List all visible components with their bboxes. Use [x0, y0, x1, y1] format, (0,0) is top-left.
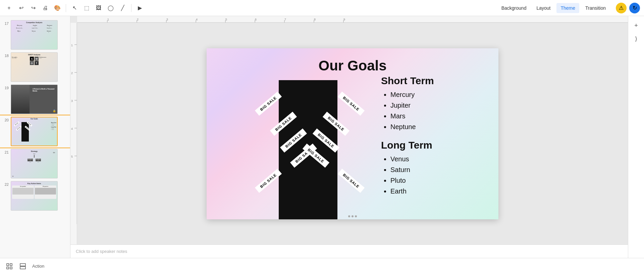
short-term-heading: Short Term	[381, 75, 492, 87]
list-item-mercury: Mercury	[390, 90, 492, 99]
svg-text:8: 8	[314, 18, 316, 21]
add-button[interactable]: +	[4, 3, 14, 13]
ruler-v-svg: 1 2 3 4 5	[70, 23, 77, 224]
list-item-mars: Mars	[390, 111, 492, 121]
toolbar-divider-1	[66, 4, 66, 12]
list-item-earth: Earth	[390, 186, 492, 196]
transition-menu[interactable]: Transition	[581, 3, 610, 13]
svg-text:1: 1	[107, 18, 109, 21]
long-term-list: Venus Saturn Pluto Earth	[381, 154, 492, 196]
notification-icon[interactable]: ⚠	[616, 3, 627, 13]
right-panel: + ⟩	[628, 16, 644, 258]
editor-area: 1 2 3 4 5 6 7 8 9	[70, 16, 628, 258]
thumb-18-content: Strengths •Item1 •Item2 S O W T Weakness…	[11, 56, 57, 74]
thumb-22-content: 1st quarter 2d quarter	[11, 185, 57, 200]
thumb-17-row2: Mars♂ Venus♀ Saturn♄	[11, 30, 57, 34]
background-menu[interactable]: Background	[497, 3, 531, 13]
banner-5: BIG SALE	[255, 169, 282, 193]
svg-text:5: 5	[225, 18, 227, 21]
ruler-vertical: 1 2 3 4 5	[70, 23, 77, 244]
slide-item-21[interactable]: 21 Strategy Goal Key Action 1 •item Key …	[0, 148, 70, 180]
present-button[interactable]: ▶	[135, 3, 145, 13]
ruler-h-svg: 1 2 3 4 5 6 7 8 9	[77, 16, 628, 22]
print-button[interactable]: 🖨	[40, 3, 50, 13]
slide-number-19: 19	[3, 85, 9, 90]
content-area: Short Term Mercury Jupiter Mars Neptune …	[381, 75, 492, 204]
slide-item-20[interactable]: 20 Our Goals BIG SALE BIG SALE BIG SALE …	[0, 115, 70, 148]
thumb-20-text: Short Term • Mercury • Jupiter Long Term…	[51, 122, 56, 130]
long-term-heading: Long Term	[381, 140, 492, 151]
bottom-bar: Action	[0, 258, 644, 274]
slide-thumb-18: SWOT Analysis Strengths •Item1 •Item2 S …	[11, 52, 58, 82]
shape-tool[interactable]: ◯	[106, 3, 116, 13]
slide-dots	[348, 215, 357, 217]
svg-text:4: 4	[71, 127, 73, 130]
slide-title: Our Goals	[207, 48, 498, 74]
select-tool[interactable]: ⬚	[82, 3, 92, 13]
toolbar-divider-2	[131, 4, 131, 12]
svg-text:2: 2	[137, 18, 139, 21]
svg-text:1: 1	[71, 44, 73, 47]
undo-button[interactable]: ↩	[16, 3, 26, 13]
slide-canvas[interactable]: Our Goals BIG SALE BIG SALE BIG SALE BIG…	[207, 48, 498, 219]
list-view-button[interactable]	[17, 261, 28, 272]
list-item-pluto: Pluto	[390, 176, 492, 185]
theme-menu[interactable]: Theme	[556, 3, 579, 13]
slide-item-19[interactable]: 19 A Picture Is Worth a Thousand Words 🔒	[0, 83, 70, 115]
banner-10: BIG SALE	[338, 169, 365, 193]
grid-icon	[6, 263, 12, 269]
sync-icon[interactable]: ↻	[629, 3, 640, 13]
banner-6: BIG SALE	[338, 92, 365, 116]
dot-3	[355, 215, 357, 217]
svg-text:4: 4	[196, 18, 198, 21]
cursor-tool[interactable]: ↖	[69, 3, 79, 13]
slide-item-18[interactable]: 18 SWOT Analysis Strengths •Item1 •Item2…	[0, 51, 70, 83]
redo-button[interactable]: ↪	[28, 3, 38, 13]
thumb-19-text: A Picture Is Worth a Thousand Words	[33, 88, 56, 92]
slide-thumb-17: Competitor Analysis Mercury♂Mercury is t…	[11, 20, 58, 50]
slide-number-18: 18	[3, 52, 9, 58]
thumb-22-title: Key Action Items	[11, 181, 57, 185]
list-item-venus: Venus	[390, 154, 492, 164]
svg-text:6: 6	[255, 18, 257, 21]
banner-1: BIG SALE	[255, 92, 282, 116]
slide-number-20: 20	[3, 117, 9, 122]
slide-thumb-19: A Picture Is Worth a Thousand Words 🔒	[11, 85, 58, 114]
thumb-20-x: BIG SALE BIG SALE BIG SALE BIG SALE	[13, 121, 33, 142]
slide-item-17[interactable]: 17 Competitor Analysis Mercury♂Mercury i…	[0, 19, 70, 51]
paint-button[interactable]: 🎨	[52, 3, 62, 13]
slide-item-22[interactable]: 22 Key Action Items 1st quarter 2d quart…	[0, 180, 70, 212]
list-icon	[20, 263, 26, 269]
slide-number-22: 22	[3, 181, 9, 186]
svg-text:3: 3	[166, 18, 168, 21]
svg-rect-32	[7, 267, 9, 269]
thumb-21-title: Strategy	[11, 149, 57, 153]
dot-2	[352, 215, 354, 217]
toolbar: + ↩ ↪ 🖨 🎨 ↖ ⬚ 🖼 ◯ ╱ ▶ Background Layout …	[0, 0, 644, 16]
slide-thumb-22: Key Action Items 1st quarter 2d quarter	[11, 181, 58, 211]
dot-1	[348, 215, 350, 217]
layout-menu[interactable]: Layout	[532, 3, 554, 13]
ruler-v-container: 1 2 3 4 5 Our Goals	[70, 23, 628, 244]
svg-text:2: 2	[71, 71, 73, 75]
svg-rect-30	[7, 264, 9, 266]
notes-bar[interactable]: Click to add speaker notes	[70, 244, 628, 258]
svg-text:9: 9	[343, 18, 345, 21]
right-panel-add-button[interactable]: +	[631, 20, 642, 31]
thumb-21-content: Goal Key Action 1 •item Key Action 2 •it…	[11, 153, 57, 163]
banner-7: BIG SALE	[323, 112, 350, 136]
grid-view-button[interactable]	[4, 261, 15, 272]
line-tool[interactable]: ╱	[118, 3, 128, 13]
thumb-18-title: SWOT Analysis	[11, 53, 57, 56]
list-item-saturn: Saturn	[390, 165, 492, 174]
svg-rect-33	[10, 267, 12, 269]
short-term-list: Mercury Jupiter Mars Neptune	[381, 90, 492, 131]
right-panel-expand-button[interactable]: ⟩	[631, 34, 642, 44]
image-tool[interactable]: 🖼	[94, 3, 104, 13]
svg-text:7: 7	[284, 18, 286, 21]
list-item-jupiter: Jupiter	[390, 101, 492, 110]
canvas-area: Our Goals BIG SALE BIG SALE BIG SALE BIG…	[77, 23, 628, 244]
slide-thumb-21: Strategy Goal Key Action 1 •item Key Act…	[11, 149, 58, 178]
ruler-h-ticks: 1 2 3 4 5 6 7 8 9	[77, 16, 628, 22]
main-area: 17 Competitor Analysis Mercury♂Mercury i…	[0, 16, 644, 258]
